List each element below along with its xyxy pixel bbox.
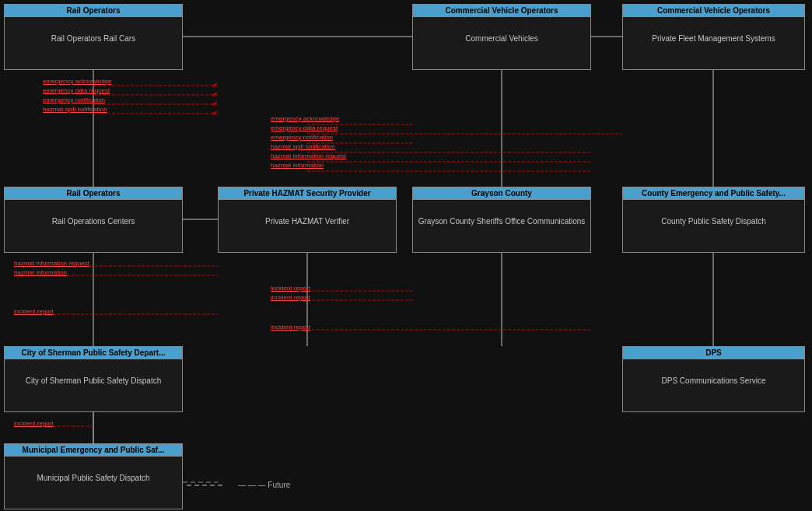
label-hazmat-spill-2: hazmat spill notification (271, 143, 335, 150)
node-sherman-safety-header: City of Sherman Public Safety Depart... (5, 347, 182, 359)
label-incident-report-4: incident report (271, 324, 310, 331)
node-rail-cars-header: Rail Operators (5, 5, 182, 17)
node-hazmat-verifier-body: Private HAZMAT Verifier (219, 200, 396, 243)
label-incident-report-1: incident report (271, 285, 310, 292)
label-hazmat-info-req-2: hazmat information request (14, 260, 89, 267)
label-hazmat-spill-1: hazmat spill notification (43, 106, 107, 113)
node-dps-body: DPS Communications Service (623, 359, 804, 402)
node-private-fleet: Commercial Vehicle Operators Private Fle… (622, 4, 805, 70)
node-hazmat-verifier-header: Private HAZMAT Security Provider (219, 187, 396, 200)
node-dps-header: DPS (623, 347, 804, 359)
label-emergency-ack-1: emergency acknowledge (43, 78, 112, 85)
node-commercial-vehicles-body: Commercial Vehicles (413, 17, 590, 60)
legend: — — — Future (187, 481, 290, 489)
svg-marker-32 (213, 101, 218, 107)
label-incident-report-5: incident report (14, 420, 54, 427)
label-emergency-ack-2: emergency acknowledge (271, 115, 340, 122)
node-rail-ops: Rail Operators Rail Operations Centers (4, 187, 183, 253)
node-hazmat-verifier: Private HAZMAT Security Provider Private… (218, 187, 397, 253)
node-rail-cars-body: Rail Operators Rail Cars (5, 17, 182, 60)
node-sherman-safety-body: City of Sherman Public Safety Dispatch (5, 359, 182, 402)
label-incident-report-2: incident report (271, 294, 310, 301)
node-commercial-vehicles: Commercial Vehicle Operators Commercial … (412, 4, 591, 70)
label-emergency-notif-2: emergency notification (271, 134, 333, 141)
label-emergency-data-2: emergency data request (271, 124, 338, 131)
node-private-fleet-body: Private Fleet Management Systems (623, 17, 804, 60)
node-grayson-county-header: Grayson County (413, 187, 590, 200)
node-municipal-body: Municipal Public Safety Dispatch (5, 457, 182, 499)
node-rail-cars: Rail Operators Rail Operators Rail Cars (4, 4, 183, 70)
label-hazmat-info-2: hazmat information (14, 269, 67, 276)
label-emergency-data-1: emergency data request (43, 87, 110, 94)
node-municipal-header: Municipal Emergency and Public Saf... (5, 444, 182, 457)
node-dps: DPS DPS Communications Service (622, 346, 805, 412)
svg-marker-30 (213, 82, 218, 88)
node-rail-ops-body: Rail Operations Centers (5, 200, 182, 243)
label-incident-report-3: incident report (14, 308, 54, 315)
node-county-safety: County Emergency and Public Safety... Co… (622, 187, 805, 253)
node-municipal: Municipal Emergency and Public Saf... Mu… (4, 443, 183, 509)
node-county-safety-body: County Public Safety Dispatch (623, 200, 804, 243)
node-grayson-county: Grayson County Grayson County Sheriffs O… (412, 187, 591, 253)
svg-marker-31 (213, 92, 218, 97)
node-commercial-vehicles-header: Commercial Vehicle Operators (413, 5, 590, 17)
arrows-svg (0, 0, 812, 511)
label-emergency-notif-1: emergency notification (43, 96, 105, 103)
label-hazmat-info-1: hazmat information (271, 162, 324, 169)
diagram-container: Rail Operators Rail Operators Rail Cars … (0, 0, 812, 511)
node-sherman-safety: City of Sherman Public Safety Depart... … (4, 346, 183, 412)
node-rail-ops-header: Rail Operators (5, 187, 182, 200)
node-private-fleet-header: Commercial Vehicle Operators (623, 5, 804, 17)
legend-line-svg (187, 481, 233, 489)
label-hazmat-info-req-1: hazmat information request (271, 152, 346, 159)
svg-marker-33 (213, 110, 218, 116)
node-county-safety-header: County Emergency and Public Safety... (623, 187, 804, 200)
node-grayson-county-body: Grayson County Sheriffs Office Communica… (413, 200, 590, 243)
legend-label: — — — Future (238, 481, 290, 489)
